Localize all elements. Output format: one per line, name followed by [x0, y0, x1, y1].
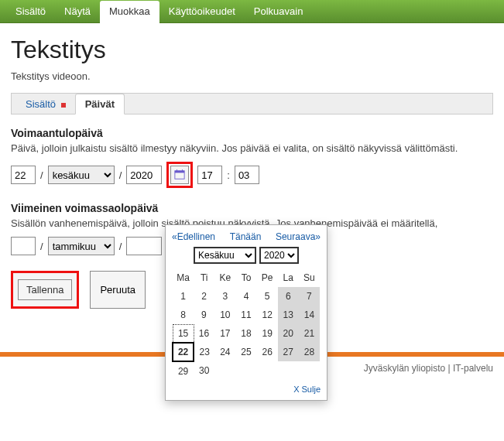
calendar-empty	[257, 361, 278, 380]
save-button[interactable]: Tallenna	[18, 279, 72, 300]
calendar-icon	[174, 169, 185, 180]
calendar-weekday: Ti	[194, 268, 214, 287]
calendar-prev[interactable]: «Edellinen	[172, 231, 215, 242]
calendar-day[interactable]: 5	[257, 287, 278, 306]
calendar-day[interactable]: 11	[235, 306, 256, 324]
calendar-day[interactable]: 22	[173, 343, 194, 361]
effective-month-select[interactable]: tammikuuhelmikuumaaliskuuhuhtikuutoukoku…	[48, 166, 115, 184]
calendar-day[interactable]: 18	[235, 324, 256, 343]
calendar-day[interactable]: 27	[278, 343, 299, 361]
calendar-month-select[interactable]: TammikuuHelmikuuMaaliskuuHuhtikuuToukoku…	[194, 247, 256, 264]
calendar-day[interactable]: 10	[214, 306, 235, 324]
calendar-weekday: Su	[299, 268, 320, 287]
calendar-weekday: To	[235, 268, 256, 287]
tab-sisalto[interactable]: Sisältö	[16, 94, 75, 114]
nav-item-muokkaa[interactable]: Muokkaa	[100, 1, 159, 23]
calendar-weekday: La	[278, 268, 299, 287]
calendar-day[interactable]: 26	[257, 343, 278, 361]
calendar-day[interactable]: 28	[299, 343, 320, 361]
calendar-day[interactable]: 7	[299, 287, 320, 306]
page-subtitle: Tekstitys videoon.	[11, 70, 493, 82]
cancel-button[interactable]: Peruuta	[90, 271, 146, 309]
effective-day-input[interactable]	[11, 166, 36, 184]
calendar-day[interactable]: 12	[257, 306, 278, 324]
subtabs: Sisältö Päivät	[11, 93, 493, 115]
separator: /	[119, 169, 122, 181]
expiry-month-select[interactable]: tammikuuhelmikuumaaliskuuhuhtikuutoukoku…	[48, 237, 115, 255]
calendar-empty	[299, 361, 320, 380]
calendar-popup: «Edellinen Tänään Seuraava» TammikuuHelm…	[165, 224, 327, 380]
calendar-day[interactable]: 25	[235, 343, 256, 361]
calendar-selects: TammikuuHelmikuuMaaliskuuHuhtikuuToukoku…	[172, 247, 321, 264]
expiry-year-input[interactable]	[126, 237, 162, 255]
separator: /	[119, 241, 122, 252]
calendar-weekday: Ke	[214, 268, 235, 287]
nav-item-sisalto[interactable]: Sisältö	[6, 1, 55, 22]
effective-date-row: / tammikuuhelmikuumaaliskuuhuhtikuutouko…	[11, 162, 493, 188]
effective-hour-input[interactable]	[197, 166, 222, 184]
nav-item-polkuavain[interactable]: Polkuavain	[245, 1, 313, 22]
save-button-highlight: Tallenna	[11, 271, 79, 309]
calendar-day[interactable]: 29	[173, 361, 194, 380]
calendar-day[interactable]: 20	[278, 324, 299, 343]
calendar-day[interactable]: 2	[194, 287, 214, 306]
calendar-empty	[214, 361, 235, 380]
expiry-title: Viimeinen voimassaolopäivä	[11, 202, 493, 214]
calendar-year-select[interactable]: 20182019202020212022	[259, 247, 299, 264]
nav-item-kayttooikeudet[interactable]: Käyttöoikeudet	[159, 1, 245, 22]
expiry-day-input[interactable]	[11, 237, 36, 255]
separator: :	[227, 169, 230, 181]
calendar-day[interactable]: 14	[299, 306, 320, 324]
calendar-today[interactable]: Tänään	[230, 231, 262, 242]
calendar-day[interactable]: 3	[214, 287, 235, 306]
modified-dot-icon	[61, 103, 66, 108]
page-title: Tekstitys	[11, 36, 493, 64]
calendar-button-highlight	[166, 162, 193, 188]
calendar-empty	[235, 361, 256, 380]
calendar-day[interactable]: 30	[194, 361, 214, 380]
calendar-day[interactable]: 6	[278, 287, 299, 306]
effective-desc: Päivä, jolloin julkaistu sisältö ilmesty…	[11, 142, 493, 154]
calendar-open-button[interactable]	[170, 166, 189, 184]
tab-sisalto-label: Sisältö	[26, 98, 56, 110]
calendar-day[interactable]: 13	[278, 306, 299, 324]
svg-rect-1	[175, 171, 184, 173]
separator: /	[40, 169, 43, 181]
effective-title: Voimaantulopäivä	[11, 127, 493, 139]
calendar-day[interactable]: 4	[235, 287, 256, 306]
calendar-day[interactable]: 9	[194, 306, 214, 324]
calendar-weekday: Pe	[257, 268, 278, 287]
calendar-nav: «Edellinen Tänään Seuraava»	[172, 231, 321, 242]
effective-year-input[interactable]	[126, 166, 162, 184]
tab-paivat[interactable]: Päivät	[75, 94, 125, 115]
calendar-day[interactable]: 1	[173, 287, 194, 306]
separator: /	[40, 241, 43, 252]
calendar-weekday: Ma	[173, 268, 194, 287]
calendar-day[interactable]: 17	[214, 324, 235, 343]
calendar-day[interactable]: 19	[257, 324, 278, 343]
effective-minute-input[interactable]	[235, 166, 259, 184]
calendar-day[interactable]: 8	[173, 306, 194, 324]
calendar-day[interactable]: 21	[299, 324, 320, 343]
top-nav: Sisältö Näytä Muokkaa Käyttöoikeudet Pol…	[0, 0, 504, 23]
nav-item-nayta[interactable]: Näytä	[55, 1, 100, 22]
calendar-empty	[278, 361, 299, 380]
calendar-day[interactable]: 23	[194, 343, 214, 361]
calendar-day[interactable]: 24	[214, 343, 235, 361]
calendar-day[interactable]: 15	[173, 324, 194, 343]
calendar-day[interactable]: 16	[194, 324, 214, 343]
calendar-grid: MaTiKeToPeLaSu 1234567891011121314151617…	[172, 268, 321, 380]
calendar-next[interactable]: Seuraava»	[276, 231, 321, 242]
